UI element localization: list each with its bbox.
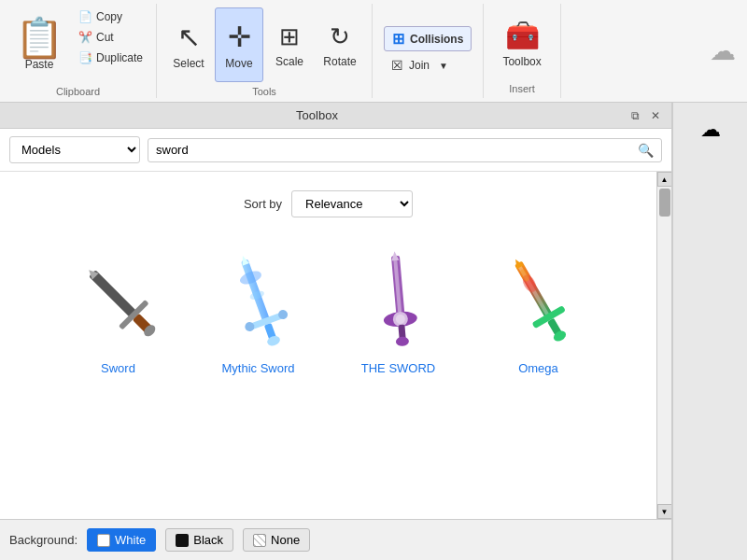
list-item[interactable]: THE SWORD [333,236,464,383]
join-dropdown-icon: ▼ [439,61,448,71]
toolbox-title: Toolbox [7,108,627,122]
right-sidebar: ☁ [672,103,747,560]
white-swatch [97,534,110,547]
scroll-thumb[interactable] [659,189,670,217]
move-icon: ✛ [228,21,251,53]
mythic-sword-svg [207,248,310,351]
item-image-the-sword [343,244,455,356]
collisions-group: ⊞ Collisions ☒ Join ▼ [373,4,484,98]
rotate-icon: ↻ [330,22,350,51]
svg-rect-0 [89,270,138,319]
cloud-area: ☁ [698,4,747,98]
copy-icon: 📄 [78,10,92,23]
list-item[interactable]: Omega [473,236,604,383]
toolbox-icon: 🧰 [505,19,540,51]
scale-button[interactable]: ⊞ Scale [265,7,314,82]
black-label: Black [193,533,223,547]
tools-buttons: ↖ Select ✛ Move ⊞ Scale ↻ Rotate [164,7,364,82]
join-button[interactable]: ☒ Join ▼ [384,55,472,76]
black-swatch [176,534,189,547]
close-button[interactable]: ✕ [647,107,664,124]
insert-group: 🧰 Toolbox Insert [484,4,560,98]
toolbox-titlebar: Toolbox ⧉ ✕ [0,103,671,129]
clipboard-right: 📄 Copy ✂️ Cut 📑 Duplicate [73,7,148,67]
scrollbar: ▲ ▼ [656,172,671,519]
list-item[interactable]: Sword [53,236,184,383]
tools-group: ↖ Select ✛ Move ⊞ Scale ↻ Rotate Tools [157,4,373,98]
clipboard-group: 📋 Paste 📄 Copy ✂️ Cut 📑 Duplicate Clipbo… [0,4,157,98]
select-button[interactable]: ↖ Select [164,7,213,82]
item-image-sword [63,244,175,356]
move-button[interactable]: ✛ Move [215,7,263,82]
background-label: Background: [9,533,78,547]
scroll-track [659,189,670,502]
white-background-button[interactable]: White [87,528,156,552]
search-row: Models 🔍 [0,129,671,172]
sidebar-cloud-button[interactable]: ☁ [687,106,734,153]
clipboard-label: Clipboard [56,82,100,97]
insert-label: Insert [509,79,535,94]
collisions-icon: ⊞ [392,30,404,48]
omega-sword-svg [487,248,590,351]
svg-rect-5 [240,259,269,323]
items-grid: Sword [9,236,647,383]
sort-row: Sort by Relevance [9,181,647,236]
item-name-mythic: Mythic Sword [221,361,294,375]
duplicate-button[interactable]: 📑 Duplicate [73,49,148,67]
toolbox-content: Sort by Relevance [0,172,656,519]
cloud-icon: ☁ [710,35,736,66]
toolbox-button[interactable]: 🧰 Toolbox [495,7,548,79]
list-item[interactable]: Mythic Sword [193,236,324,383]
join-icon: ☒ [391,58,403,73]
models-select[interactable]: Models [9,136,140,163]
collisions-button[interactable]: ⊞ Collisions [384,26,472,51]
item-name-the-sword: THE SWORD [361,361,435,375]
select-icon: ↖ [177,21,201,53]
white-label: White [115,533,146,547]
sidebar-cloud-icon: ☁ [700,118,721,142]
content-with-scrollbar: Sort by Relevance [0,172,671,519]
scroll-up-button[interactable]: ▲ [657,172,672,187]
cut-icon: ✂️ [78,31,92,44]
paste-label[interactable]: Paste [25,58,54,71]
paste-area: 📋 Paste [7,7,71,82]
black-background-button[interactable]: Black [165,528,233,552]
item-image-omega [483,244,595,356]
duplicate-icon: 📑 [78,51,92,64]
main-area: Toolbox ⧉ ✕ Models 🔍 Sort by [0,103,747,560]
paste-icon: 📋 [15,19,63,58]
the-sword-svg [347,248,450,351]
toolbox-panel: Toolbox ⧉ ✕ Models 🔍 Sort by [0,103,672,560]
search-icon: 🔍 [638,143,654,158]
sort-select[interactable]: Relevance [291,190,413,217]
cut-button[interactable]: ✂️ Cut [73,28,148,47]
tools-label: Tools [252,82,276,97]
item-name-sword: Sword [101,361,135,375]
search-input[interactable] [156,143,634,157]
item-name-omega: Omega [518,361,558,375]
search-box: 🔍 [148,138,662,162]
dock-button[interactable]: ⧉ [627,107,643,124]
titlebar-icons: ⧉ ✕ [627,107,664,124]
svg-point-19 [395,336,409,346]
scroll-down-button[interactable]: ▼ [657,504,672,519]
none-background-button[interactable]: None [243,528,310,552]
sword-svg [67,248,170,351]
background-bar: Background: White Black None [0,519,671,560]
scale-icon: ⊞ [279,22,300,51]
none-swatch [253,534,266,547]
sort-label: Sort by [244,197,282,211]
item-image-mythic [203,244,315,356]
toolbar: 📋 Paste 📄 Copy ✂️ Cut 📑 Duplicate Clipbo… [0,0,747,103]
rotate-button[interactable]: ↻ Rotate [316,7,364,82]
copy-button[interactable]: 📄 Copy [73,7,148,26]
none-label: None [271,533,300,547]
